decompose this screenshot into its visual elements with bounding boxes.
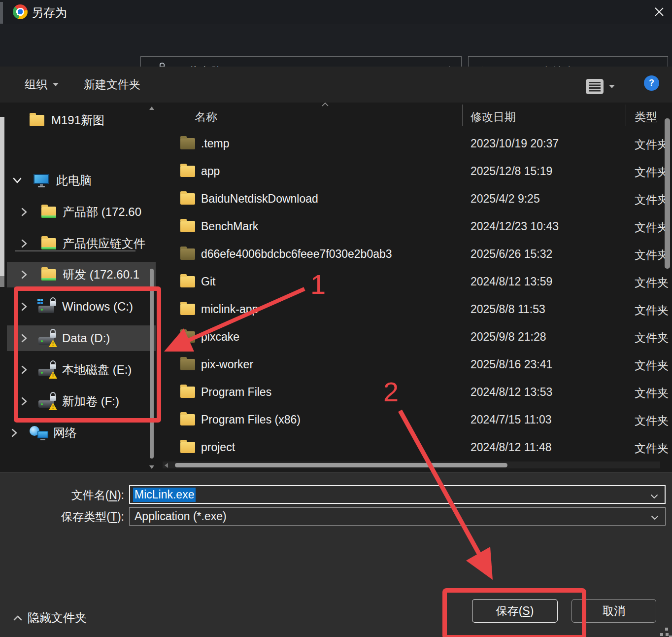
file-row[interactable]: pixcake 2025/9/8 21:28 文件夹 bbox=[163, 324, 672, 352]
chevron-right-icon[interactable] bbox=[21, 365, 28, 375]
hidden-folder-icon bbox=[180, 359, 195, 370]
sidebar-item-new-volume-f[interactable]: 新加卷 (F:) bbox=[21, 389, 156, 414]
column-header-date[interactable]: 修改日期 bbox=[470, 109, 516, 125]
shared-folder-icon bbox=[41, 269, 56, 281]
savetype-select[interactable]: Application (*.exe) bbox=[129, 507, 666, 526]
sidebar-item-supply-chain[interactable]: 产品供应链文件 bbox=[21, 231, 156, 256]
command-toolbar: 组织 新建文件夹 ? bbox=[0, 67, 672, 103]
filename-dropdown-button[interactable] bbox=[650, 493, 659, 501]
list-horizontal-scrollbar-thumb[interactable] bbox=[175, 463, 507, 467]
file-row[interactable]: d66efe4006bdcbc6feee7f030e2b0ab3 2025/6/… bbox=[163, 241, 672, 269]
hidden-folder-icon bbox=[180, 248, 195, 260]
footer-panel: 文件名(N): MicLink.exe 保存类型(T): Application… bbox=[0, 472, 672, 637]
view-mode-button[interactable] bbox=[586, 75, 615, 97]
hide-folders-label: 隐藏文件夹 bbox=[28, 610, 87, 626]
navigation-pane: M191新图 此电脑 产品部 (172.60 产品供应链文件 bbox=[0, 103, 156, 472]
column-separator[interactable] bbox=[462, 105, 463, 126]
new-folder-button[interactable]: 新建文件夹 bbox=[84, 73, 140, 95]
hidden-folder-icon bbox=[180, 331, 195, 343]
sidebar-scrollbar[interactable] bbox=[149, 103, 155, 472]
file-row[interactable]: app 2025/12/8 15:19 文件夹 bbox=[163, 158, 672, 186]
chrome-logo-icon bbox=[13, 4, 28, 19]
column-header-type[interactable]: 类型 bbox=[635, 109, 657, 125]
drive-warning-icon bbox=[38, 361, 59, 379]
scroll-left-icon[interactable] bbox=[165, 463, 168, 468]
file-list: 名称 修改日期 类型 .temp 2023/10/19 20:37 文件夹 ap… bbox=[163, 103, 672, 472]
sidebar-item-rd[interactable]: 研发 (172.60.1 bbox=[7, 262, 156, 287]
sidebar-item-windows-c[interactable]: Windows (C:) bbox=[21, 294, 156, 319]
drive-warning-icon bbox=[38, 392, 59, 410]
computer-icon bbox=[34, 174, 50, 187]
file-row[interactable]: project 2024/8/12 11:48 文件夹 bbox=[163, 434, 672, 462]
help-icon: ? bbox=[649, 78, 654, 88]
shared-folder-icon bbox=[41, 238, 56, 249]
chevron-right-icon[interactable] bbox=[21, 270, 28, 280]
folder-icon bbox=[180, 442, 195, 453]
column-header-name[interactable]: 名称 bbox=[195, 109, 217, 125]
cancel-button[interactable]: 取消 bbox=[571, 599, 656, 623]
folder-icon bbox=[180, 276, 195, 287]
sort-ascending-icon bbox=[321, 103, 329, 107]
chevron-down-icon[interactable] bbox=[12, 177, 23, 184]
column-separator[interactable] bbox=[626, 105, 626, 126]
list-vertical-scrollbar-thumb[interactable] bbox=[665, 118, 670, 269]
drive-warning-icon bbox=[38, 329, 59, 347]
chevron-right-icon[interactable] bbox=[21, 207, 28, 217]
navigation-bar: ← → ↑ › 此电脑 › Data (D:) › bbox=[0, 24, 672, 67]
chevron-down-icon bbox=[52, 82, 59, 87]
filename-value: MicLink.exe bbox=[133, 488, 196, 502]
chevron-right-icon[interactable] bbox=[11, 428, 18, 438]
save-as-dialog: 另存为 ← → ↑ › 此电脑 › Data (D:) › bbox=[0, 0, 672, 637]
sidebar-item-product-dept[interactable]: 产品部 (172.60 bbox=[21, 199, 156, 225]
file-row[interactable]: BaiduNetdiskDownload 2025/4/2 9:25 文件夹 bbox=[163, 186, 672, 213]
sidebar-item-this-pc[interactable]: 此电脑 bbox=[12, 168, 155, 193]
folder-icon bbox=[180, 387, 195, 398]
sidebar-item-local-e[interactable]: 本地磁盘 (E:) bbox=[21, 357, 156, 383]
folder-icon bbox=[180, 414, 195, 425]
title-bar: 另存为 bbox=[0, 0, 672, 24]
sidebar-item-data-d[interactable]: Data (D:) bbox=[7, 325, 156, 351]
sidebar-scrollbar-thumb[interactable] bbox=[150, 269, 154, 459]
sidebar-item-m191[interactable]: M191新图 bbox=[30, 107, 156, 133]
file-row[interactable]: miclink-app 2025/8/8 11:53 文件夹 bbox=[163, 296, 672, 324]
chevron-right-icon[interactable] bbox=[21, 239, 28, 248]
scroll-up-icon[interactable] bbox=[149, 106, 154, 110]
filename-label: 文件名(N): bbox=[10, 486, 124, 504]
window-title: 另存为 bbox=[32, 5, 67, 21]
filename-input[interactable]: MicLink.exe bbox=[129, 485, 666, 504]
file-row[interactable]: .temp 2023/10/19 20:37 文件夹 bbox=[163, 131, 672, 158]
sidebar-item-network[interactable]: 网络 bbox=[11, 420, 154, 446]
savetype-label: 保存类型(T): bbox=[10, 507, 124, 526]
folder-icon bbox=[180, 304, 195, 315]
savetype-dropdown-button[interactable] bbox=[650, 514, 659, 523]
folder-icon bbox=[30, 115, 44, 126]
folder-icon bbox=[180, 193, 195, 205]
chevron-right-icon[interactable] bbox=[21, 396, 28, 406]
network-icon bbox=[30, 426, 48, 440]
file-row[interactable]: BenchMark 2024/12/23 10:43 文件夹 bbox=[163, 213, 672, 241]
chevron-up-icon bbox=[13, 615, 23, 621]
chevron-right-icon[interactable] bbox=[21, 302, 28, 312]
background-window-artifact bbox=[0, 117, 4, 276]
file-row[interactable]: pix-worker 2025/8/16 23:41 文件夹 bbox=[163, 352, 672, 379]
file-row[interactable]: Program Files (x86) 2024/7/15 11:03 文件夹 bbox=[163, 407, 672, 434]
details-view-icon bbox=[586, 79, 604, 94]
hidden-folder-icon bbox=[180, 138, 195, 149]
chevron-down-icon bbox=[608, 84, 615, 89]
background-window-artifact bbox=[0, 276, 4, 287]
close-button[interactable] bbox=[649, 2, 669, 22]
scroll-down-icon[interactable] bbox=[149, 465, 154, 469]
hide-folders-button[interactable]: 隐藏文件夹 bbox=[13, 607, 87, 629]
file-row[interactable]: Program Files 2024/8/12 13:53 文件夹 bbox=[163, 379, 672, 407]
folder-icon bbox=[180, 166, 195, 177]
close-icon bbox=[654, 6, 665, 17]
chevron-right-icon[interactable] bbox=[21, 333, 28, 343]
file-row[interactable]: Git 2024/8/12 13:59 文件夹 bbox=[163, 269, 672, 296]
help-button[interactable]: ? bbox=[644, 75, 659, 91]
windows-drive-icon bbox=[38, 298, 59, 316]
new-folder-label: 新建文件夹 bbox=[84, 77, 140, 92]
organize-button[interactable]: 组织 bbox=[25, 73, 59, 95]
save-button[interactable]: 保存(S) bbox=[472, 599, 558, 623]
window-edge bbox=[0, 2, 3, 24]
organize-label: 组织 bbox=[25, 77, 47, 92]
